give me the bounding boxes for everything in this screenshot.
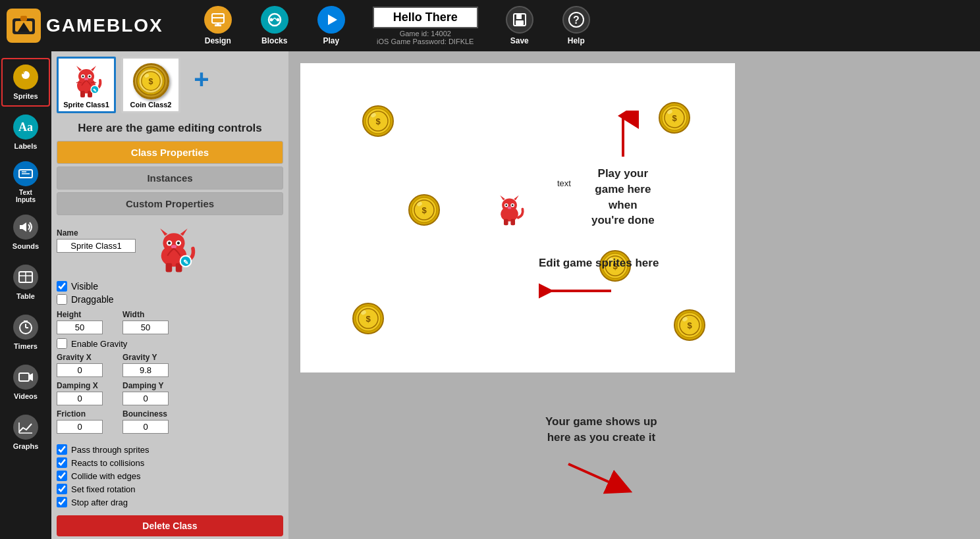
table-icon <box>13 265 38 290</box>
text-label: text <box>557 178 571 188</box>
enable-gravity-checkbox[interactable] <box>57 338 67 349</box>
tab-instances[interactable]: Instances <box>57 167 283 190</box>
sidebar-item-timers[interactable]: Timers <box>1 308 50 357</box>
pass-through-checkbox[interactable] <box>57 444 67 455</box>
save-button[interactable]: Save <box>491 0 548 51</box>
save-icon <box>506 6 533 34</box>
collide-edges-checkbox[interactable] <box>57 471 67 481</box>
sidebar-item-sounds[interactable]: Sounds <box>1 208 50 257</box>
svg-point-50 <box>141 71 160 90</box>
blocks-button[interactable]: Blocks <box>246 0 303 51</box>
stop-after-drag-checkbox[interactable] <box>57 497 67 507</box>
sprite2-label: Coin Class2 <box>130 101 172 109</box>
svg-rect-7 <box>217 23 219 25</box>
svg-point-52 <box>144 72 150 78</box>
reacts-collisions-checkbox[interactable] <box>57 457 67 468</box>
damping-x-input[interactable] <box>57 392 103 405</box>
delete-class-button[interactable]: Delete Class <box>57 515 283 536</box>
sidebar-item-table[interactable]: Table <box>1 258 50 307</box>
visible-checkbox[interactable] <box>57 281 67 292</box>
timers-label: Timers <box>14 342 38 350</box>
damping-x-label: Damping X <box>57 381 98 390</box>
logo-icon <box>7 9 41 43</box>
game-title[interactable]: Hello There <box>373 7 478 28</box>
svg-point-60 <box>168 242 171 244</box>
gravity-y-input[interactable] <box>122 363 169 377</box>
game-password: iOS Game Password: DIFKLE <box>377 38 474 45</box>
sidebar-item-labels[interactable]: Aa Labels <box>1 108 50 157</box>
draggable-checkbox[interactable] <box>57 294 67 305</box>
name-input[interactable]: Sprite Class1 <box>57 239 136 253</box>
help-icon: ? <box>562 6 590 34</box>
svg-point-84 <box>502 198 517 212</box>
sprite1-image: ✎ <box>67 61 106 101</box>
gravity-x-group: Gravity X <box>57 353 103 377</box>
svg-text:✎: ✎ <box>93 88 97 93</box>
svg-marker-38 <box>91 66 96 71</box>
game-shows-text: Your game shows uphere as you create it <box>545 414 657 446</box>
svg-text:$: $ <box>148 76 153 86</box>
svg-point-61 <box>177 242 180 244</box>
play-arrow <box>603 111 643 163</box>
sprite2-image: $ <box>131 61 171 101</box>
fixed-rotation-checkbox[interactable] <box>57 484 67 494</box>
pass-through-row: Pass through sprites <box>57 444 283 455</box>
friction-input[interactable] <box>57 420 103 434</box>
collide-edges-label: Collide with edges <box>71 471 141 481</box>
height-input[interactable] <box>57 321 103 334</box>
blocks-icon <box>261 6 288 34</box>
behavior-checklist: Pass through sprites Reacts to collision… <box>57 444 283 507</box>
sidebar-item-videos[interactable]: Videos <box>1 358 50 407</box>
svg-rect-3 <box>20 16 27 21</box>
svg-point-42 <box>89 76 91 78</box>
damping-y-label: Damping Y <box>122 381 163 390</box>
height-group: Height <box>57 310 103 334</box>
game-id: Game id: 14002 <box>400 30 451 38</box>
bounciness-input[interactable] <box>122 420 169 434</box>
name-label: Name <box>57 228 78 238</box>
fixed-rotation-row: Set fixed rotation <box>57 484 283 494</box>
help-label: Help <box>568 36 585 45</box>
svg-marker-37 <box>76 66 82 71</box>
design-button[interactable]: Design <box>190 0 246 51</box>
bounciness-group: Bounciness <box>122 409 169 434</box>
svg-point-41 <box>82 76 84 78</box>
svg-text:$: $ <box>422 205 427 215</box>
tab-custom-properties[interactable]: Custom Properties <box>57 192 283 215</box>
width-input[interactable] <box>122 321 169 334</box>
visible-label: Visible <box>71 281 98 292</box>
help-button[interactable]: ? Help <box>548 0 605 51</box>
videos-icon <box>13 365 38 390</box>
width-group: Width <box>122 310 169 334</box>
svg-point-43 <box>84 78 88 80</box>
sounds-icon <box>13 215 38 240</box>
sidebar-item-graphs[interactable]: Graphs <box>1 408 50 457</box>
svg-marker-86 <box>514 195 519 201</box>
svg-point-89 <box>505 204 507 206</box>
sprite1-label: Sprite Class1 <box>63 101 109 109</box>
svg-text:$: $ <box>672 113 677 123</box>
reacts-collisions-label: Reacts to collisions <box>71 458 144 468</box>
svg-text:$: $ <box>687 321 692 330</box>
svg-marker-57 <box>180 228 188 236</box>
svg-rect-44 <box>80 91 85 97</box>
damping-fields: Damping X Damping Y <box>57 381 283 405</box>
sprite-class2-thumb[interactable]: $ Coin Class2 <box>121 57 180 113</box>
fixed-rotation-label: Set fixed rotation <box>71 484 136 494</box>
add-sprite-button[interactable]: + <box>186 63 217 95</box>
game-shows-arrow <box>562 451 641 503</box>
damping-y-input[interactable] <box>122 392 169 405</box>
svg-point-91 <box>508 207 512 209</box>
collide-edges-row: Collide with edges <box>57 471 283 481</box>
gravity-x-input[interactable] <box>57 363 103 377</box>
tab-class-properties[interactable]: Class Properties <box>57 141 283 164</box>
svg-point-62 <box>171 245 177 249</box>
visible-row: Visible <box>57 281 283 292</box>
draggable-row: Draggable <box>57 294 283 305</box>
sidebar-item-text-inputs[interactable]: TextInputs <box>1 158 50 207</box>
sidebar-item-sprites[interactable]: Sprites <box>1 58 50 107</box>
coin-sprite-2: $ <box>656 99 693 136</box>
gravity-fields: Gravity X Gravity Y <box>57 353 283 377</box>
sprite-class1-thumb[interactable]: ✎ Sprite Class1 <box>57 57 116 113</box>
play-button[interactable]: Play <box>303 0 360 51</box>
